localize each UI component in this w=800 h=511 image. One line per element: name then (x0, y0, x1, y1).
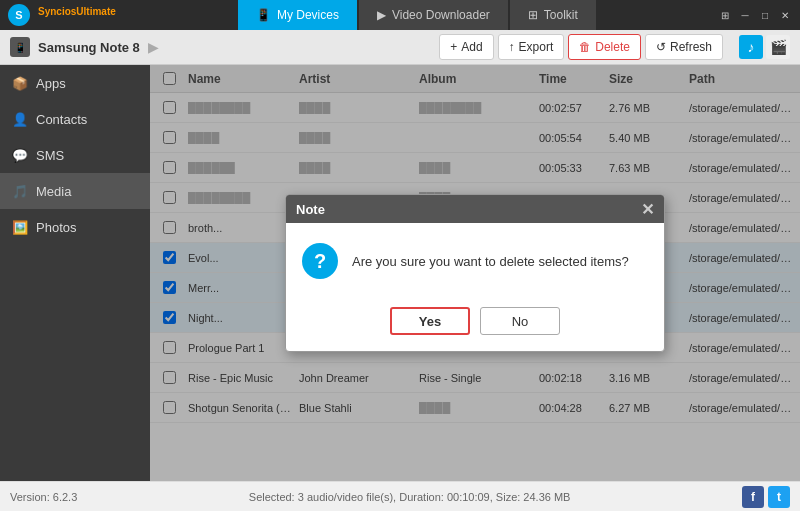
modal-message: Are you sure you want to delete selected… (352, 254, 629, 269)
delete-button[interactable]: 🗑 Delete (568, 34, 641, 60)
nav-my-devices[interactable]: 📱 My Devices (238, 0, 357, 30)
title-bar-nav: 📱 My Devices ▶ Video Downloader ⊞ Toolki… (238, 0, 596, 30)
toolbar: + Add ↑ Export 🗑 Delete ↺ Refresh (439, 34, 723, 60)
close-button[interactable]: ✕ (778, 8, 792, 22)
sidebar-item-photos[interactable]: 🖼️ Photos (0, 209, 150, 245)
nav-toolkit[interactable]: ⊞ Toolkit (510, 0, 596, 30)
add-icon: + (450, 40, 457, 54)
export-button[interactable]: ↑ Export (498, 34, 565, 60)
modal-footer: Yes No (286, 299, 664, 351)
modal-no-button[interactable]: No (480, 307, 560, 335)
app-logo: S (8, 4, 30, 26)
export-icon: ↑ (509, 40, 515, 54)
title-bar: S SynciosUltimate 📱 My Devices ▶ Video D… (0, 0, 800, 30)
music-icons: ♪ 🎬 (739, 35, 790, 59)
music-active-icon[interactable]: ♪ (739, 35, 763, 59)
facebook-button[interactable]: f (742, 486, 764, 508)
sms-icon: 💬 (12, 147, 28, 163)
window-controls: ⊞ ─ □ ✕ (718, 8, 792, 22)
refresh-icon: ↺ (656, 40, 666, 54)
status-bar: Version: 6.2.3 Selected: 3 audio/video f… (0, 481, 800, 511)
title-bar-left: S SynciosUltimate (8, 4, 116, 26)
media-icon: 🎵 (12, 183, 28, 199)
phone-icon: 📱 (256, 8, 271, 22)
music-inactive-icon[interactable]: 🎬 (766, 35, 790, 59)
add-button[interactable]: + Add (439, 34, 493, 60)
contacts-icon: 👤 (12, 111, 28, 127)
social-links: f t (742, 486, 790, 508)
device-name: Samsung Note 8 (38, 40, 140, 55)
refresh-button[interactable]: ↺ Refresh (645, 34, 723, 60)
device-bar: 📱 Samsung Note 8 ▶ + Add ↑ Export 🗑 Dele… (0, 30, 800, 65)
modal-close-button[interactable]: ✕ (641, 200, 654, 219)
modal-overlay: Note ✕ ? Are you sure you want to delete… (150, 65, 800, 481)
twitter-button[interactable]: t (768, 486, 790, 508)
delete-icon: 🗑 (579, 40, 591, 54)
photos-icon: 🖼️ (12, 219, 28, 235)
modal-title: Note (296, 202, 325, 217)
main-layout: 📦 Apps 👤 Contacts 💬 SMS 🎵 Media 🖼️ Photo… (0, 65, 800, 481)
content-area: Name Artist Album Time Size Path ███████… (150, 65, 800, 481)
nav-video-downloader[interactable]: ▶ Video Downloader (359, 0, 508, 30)
toolkit-icon: ⊞ (528, 8, 538, 22)
status-text: Selected: 3 audio/video file(s), Duratio… (249, 491, 571, 503)
sidebar-item-contacts[interactable]: 👤 Contacts (0, 101, 150, 137)
modal-body: ? Are you sure you want to delete select… (286, 223, 664, 299)
apps-icon: 📦 (12, 75, 28, 91)
modal-yes-button[interactable]: Yes (390, 307, 470, 335)
app-brand: SynciosUltimate (38, 6, 116, 23)
modal-title-bar: Note ✕ (286, 195, 664, 223)
confirm-modal: Note ✕ ? Are you sure you want to delete… (285, 194, 665, 352)
version-label: Version: 6.2.3 (10, 491, 77, 503)
minimize-button[interactable]: ─ (738, 8, 752, 22)
sidebar-item-media[interactable]: 🎵 Media (0, 173, 150, 209)
maximize-button[interactable]: □ (758, 8, 772, 22)
sidebar-item-apps[interactable]: 📦 Apps (0, 65, 150, 101)
sidebar-item-sms[interactable]: 💬 SMS (0, 137, 150, 173)
grid-icon[interactable]: ⊞ (718, 8, 732, 22)
modal-question-icon: ? (302, 243, 338, 279)
device-icon: 📱 (10, 37, 30, 57)
sidebar: 📦 Apps 👤 Contacts 💬 SMS 🎵 Media 🖼️ Photo… (0, 65, 150, 481)
device-arrow: ▶ (148, 39, 159, 55)
play-icon: ▶ (377, 8, 386, 22)
